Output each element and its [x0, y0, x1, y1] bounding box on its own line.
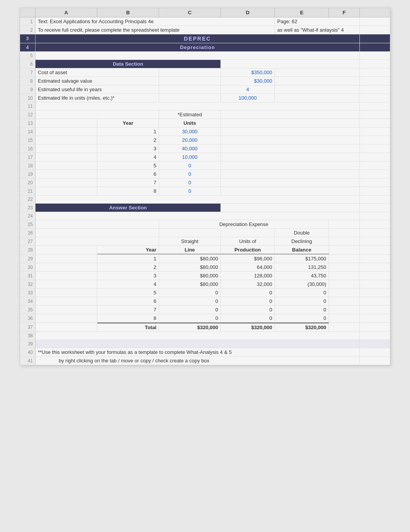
col-header-a: A: [36, 8, 97, 17]
row-36: 36 8 0 0 0: [20, 314, 390, 323]
row-3: 3 DEPREC: [20, 34, 390, 43]
row-num-41: 41: [20, 357, 36, 365]
col-header-d: D: [221, 8, 275, 17]
subtitle-right: as well as "What-if anlaysis" 4: [275, 26, 360, 34]
col-line-header: Line: [159, 246, 221, 254]
row-num-14: 14: [20, 127, 36, 136]
units-year-6: 6: [97, 170, 159, 178]
row-num-29: 29: [20, 255, 36, 263]
units-year-5: 5: [97, 161, 159, 170]
row-1: 1 Text: Excel Applications for Accountin…: [20, 17, 390, 26]
ans-double-4: (30,000): [275, 280, 329, 288]
row-num-39: 39: [20, 340, 36, 348]
row-31: 31 3 $80,000 128,000 43,750: [20, 272, 390, 280]
row-4: 4 Depreciation: [20, 43, 390, 52]
row-7: 7 Cost of asset $350,000: [20, 68, 390, 77]
ans-units-2: 64,000: [221, 263, 275, 271]
row-33: 33 5 0 0 0: [20, 289, 390, 297]
dep-expense-header: Depreciation Expense: [159, 220, 329, 228]
row-num-24: 24: [20, 212, 36, 220]
row-num-4: 4: [20, 43, 36, 51]
units-year-8: 8: [97, 187, 159, 195]
row-6-empty: [221, 60, 360, 68]
ans-year-8: 8: [97, 314, 159, 322]
ans-straight-8: 0: [159, 314, 221, 322]
row-18: 18 5 0: [20, 161, 390, 170]
row-num-12: 12: [20, 110, 36, 119]
deprec-label: DEPREC: [36, 34, 360, 43]
units-year-2: 2: [97, 136, 159, 144]
ans-units-5: 0: [221, 289, 275, 297]
row-num-16: 16: [20, 144, 36, 153]
row-6: 6 Data Section: [20, 60, 390, 68]
row-37: 37 Total $320,000 $320,000 $320,000: [20, 323, 390, 332]
footnote-line1: **Use this worksheet with your formulas …: [36, 348, 360, 356]
row-num-31: 31: [20, 272, 36, 280]
row-28: 28 Year Line Production Balance: [20, 246, 390, 255]
row-num-9: 9: [20, 85, 36, 93]
row-num-8: 8: [20, 77, 36, 85]
row-num-13: 13: [20, 119, 36, 127]
ans-units-7: 0: [221, 306, 275, 314]
row-num-35: 35: [20, 306, 36, 314]
ans-units-6: 0: [221, 297, 275, 305]
row-num-40: 40: [20, 348, 36, 356]
row-num-7: 7: [20, 68, 36, 76]
row-5-empty: [36, 52, 360, 59]
life-units-value: 100,000: [221, 94, 275, 102]
ans-year-6: 6: [97, 297, 159, 305]
total-units: $320,000: [221, 323, 275, 331]
row-num-11: 11: [20, 102, 36, 110]
row-10-empty: [275, 94, 360, 102]
row-num-32: 32: [20, 280, 36, 288]
row-25: 25 Depreciation Expense: [20, 220, 390, 229]
useful-life-empty: [159, 85, 221, 93]
total-label: Total: [97, 323, 159, 331]
row-13: 13 Year Units: [20, 119, 390, 127]
row-24: 24: [20, 212, 390, 220]
col-header-num: [20, 8, 36, 17]
ans-year-2: 2: [97, 263, 159, 271]
row-num-28: 28: [20, 246, 36, 254]
row-num-3: 3: [20, 34, 36, 43]
cost-asset-value: $350,000: [221, 68, 275, 76]
row-41: 41 by right clicking on the tab / move o…: [20, 357, 390, 365]
row-35: 35 7 0 0 0: [20, 306, 390, 314]
col-year-header: Year: [97, 246, 159, 254]
ans-double-8: 0: [275, 314, 329, 322]
row-16: 16 3 40,000: [20, 144, 390, 153]
units-val-8: 0: [159, 187, 221, 195]
ans-straight-1: $80,000: [159, 255, 221, 263]
col-header-f: F: [329, 8, 360, 17]
row-7-empty: [275, 68, 360, 76]
row-num-5: 5: [20, 52, 36, 59]
col-units-header: Units of: [221, 237, 275, 245]
answer-section-label: Answer Section: [36, 204, 221, 212]
ans-straight-4: $80,000: [159, 280, 221, 288]
units-val-3: 40,000: [159, 144, 221, 153]
row-num-15: 15: [20, 136, 36, 144]
row-num-10: 10: [20, 94, 36, 102]
row-num-17: 17: [20, 153, 36, 161]
row-15: 15 2 20,000: [20, 136, 390, 144]
row-39: 39: [20, 340, 390, 348]
useful-life-label: Estimated useful life in years: [36, 85, 159, 93]
row-22: 22: [20, 195, 390, 204]
row-num-18: 18: [20, 161, 36, 170]
row-5: 5: [20, 52, 390, 60]
col-double-header: Double: [275, 229, 329, 237]
col-header-c: C: [159, 8, 221, 17]
row-14-empty: [36, 127, 97, 136]
row-30: 30 2 $80,000 64,000 131,250: [20, 263, 390, 272]
ans-double-2: 131,250: [275, 263, 329, 271]
row-num-23: 23: [20, 204, 36, 212]
row-num-36: 36: [20, 314, 36, 322]
ans-double-5: 0: [275, 289, 329, 297]
units-year-3: 3: [97, 144, 159, 153]
row-num-22: 22: [20, 195, 36, 203]
ans-units-8: 0: [221, 314, 275, 322]
cost-asset-empty: [159, 68, 221, 76]
salvage-value: $30,000: [221, 77, 275, 85]
total-double: $320,000: [275, 323, 329, 331]
row-num-33: 33: [20, 289, 36, 297]
